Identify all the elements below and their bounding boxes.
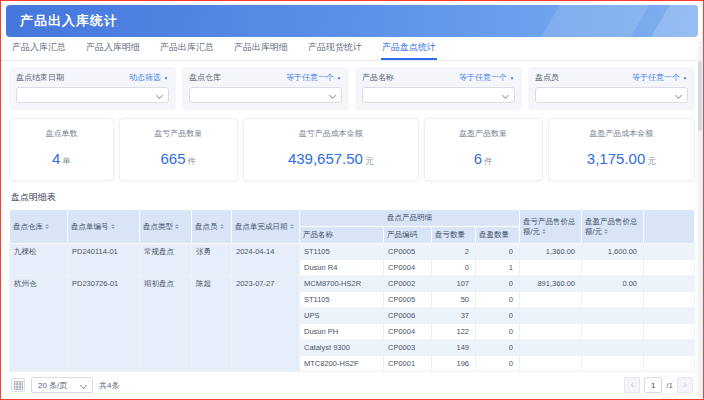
caret-down-icon: ▼ (337, 75, 342, 80)
cell-loss-amount (520, 356, 582, 372)
stat-unit: 件 (188, 156, 197, 166)
col-header-filler (644, 210, 695, 244)
col-header-type[interactable]: 盘点类型 (140, 210, 192, 244)
cell-surplus-qty: 0 (476, 308, 520, 324)
filter-label: 盘点结束日期 (16, 72, 64, 83)
cell-product-code: CP0005 (384, 292, 432, 308)
cell-filler (644, 324, 695, 340)
stat-label: 盘盈产品数量 (429, 128, 538, 139)
column-settings-icon[interactable] (11, 378, 25, 392)
inventory-detail-table: 盘点仓库 盘点单编号 盘点类型 盘点员 盘点单完成日期 盘点产品明细 盘亏产品售… (9, 209, 695, 372)
filter-label: 产品名称 (362, 72, 394, 83)
filter-op-dropdown[interactable]: 等于任意一个 ▼ (459, 72, 515, 83)
tab-stock-stats[interactable]: 产品现货统计 (307, 36, 363, 60)
scrollbar-thumb[interactable] (698, 61, 702, 131)
filter-op-dropdown[interactable]: 动态筛选 ▼ (129, 72, 169, 83)
cell-surplus-amount (582, 292, 644, 308)
cell-product-name: Catalyst 9300 (300, 340, 384, 356)
cell-loss-amount: 891,360.00 (520, 276, 582, 292)
sort-icon (220, 224, 224, 229)
stat-value: 665 (160, 150, 185, 167)
product-select[interactable] (362, 87, 515, 103)
table-footer: 20 条/页 共4条 ‹ 1 /1 › (1, 372, 703, 393)
stat-unit: 元 (647, 156, 656, 166)
cell-filler (644, 276, 695, 292)
stat-unit: 单 (62, 156, 71, 166)
cell-product-code: CP0005 (384, 244, 432, 260)
cell-product-name: UPS (300, 308, 384, 324)
stat-value: 3,175.00 (587, 150, 645, 167)
cell-type: 期初盘点 (140, 276, 192, 372)
chevron-down-icon (329, 92, 336, 99)
cell-surplus-amount (582, 260, 644, 276)
sort-icon (290, 224, 294, 229)
stat-value: 6 (474, 150, 482, 167)
col-header-surplus-qty: 盘盈数量 (476, 227, 520, 244)
col-header-order-no[interactable]: 盘点单编号 (68, 210, 140, 244)
cell-filler (644, 356, 695, 372)
stat-surplus-cost: 盘盈产品成本金额 3,175.00元 (548, 118, 695, 181)
cell-filler (644, 260, 695, 276)
cell-finish-date: 2024-04-14 (232, 244, 300, 276)
col-header-finish-date[interactable]: 盘点单完成日期 (232, 210, 300, 244)
date-range-input[interactable] (16, 87, 169, 103)
filter-op-dropdown[interactable]: 等于任意一个 ▼ (286, 72, 342, 83)
chevron-down-icon (156, 92, 163, 99)
page-title: 产品出入库统计 (20, 12, 118, 30)
stat-label: 盘盈产品成本金额 (553, 128, 690, 139)
cell-loss-amount (520, 292, 582, 308)
tab-inbound-summary[interactable]: 产品入库汇总 (11, 36, 67, 60)
filter-op-label: 等于任意一个 (459, 72, 507, 83)
current-page-input[interactable]: 1 (644, 377, 662, 393)
cell-order-no: PD240114-01 (68, 244, 140, 276)
stat-unit: 元 (365, 156, 374, 166)
cell-loss-qty: 122 (432, 324, 476, 340)
cell-product-code: CP0001 (384, 356, 432, 372)
next-icon: › (683, 379, 686, 390)
stat-surplus-qty: 盘盈产品数量 6件 (424, 118, 543, 181)
cell-warehouse: 九棵松 (10, 244, 68, 276)
tab-inventory-stats[interactable]: 产品盘点统计 (381, 36, 437, 60)
cell-surplus-qty: 0 (476, 356, 520, 372)
filter-op-label: 等于任意一个 (632, 72, 680, 83)
filter-op-label: 动态筛选 (129, 72, 161, 83)
filter-op-dropdown[interactable]: 等于任意一个 ▼ (632, 72, 688, 83)
cell-product-code: CP0002 (384, 276, 432, 292)
total-count: 共4条 (99, 380, 119, 391)
cell-surplus-qty: 0 (476, 324, 520, 340)
cell-product-name: Dusun PH (300, 324, 384, 340)
cell-loss-qty: 149 (432, 340, 476, 356)
col-header-staff[interactable]: 盘点员 (192, 210, 232, 244)
cell-filler (644, 292, 695, 308)
col-header-loss-amount[interactable]: 盘亏产品售价总额/元 (520, 210, 582, 244)
staff-select[interactable] (535, 87, 688, 103)
prev-page-button[interactable]: ‹ (624, 377, 640, 393)
page-size-select[interactable]: 20 条/页 (31, 377, 93, 393)
banner-decoration (525, 5, 661, 37)
cell-loss-amount (520, 308, 582, 324)
tab-outbound-summary[interactable]: 产品出库汇总 (159, 36, 215, 60)
cell-filler (644, 308, 695, 324)
col-header-warehouse[interactable]: 盘点仓库 (10, 210, 68, 244)
cell-loss-amount (520, 260, 582, 276)
filter-op-label: 等于任意一个 (286, 72, 334, 83)
cell-loss-amount: 1,360.00 (520, 244, 582, 260)
tab-outbound-detail[interactable]: 产品出库明细 (233, 36, 289, 60)
stat-order-count: 盘点单数 4单 (9, 118, 114, 181)
cell-surplus-amount (582, 308, 644, 324)
cell-surplus-qty: 0 (476, 340, 520, 356)
prev-icon: ‹ (631, 379, 634, 390)
stat-unit: 件 (484, 156, 493, 166)
col-header-surplus-amount[interactable]: 盘盈产品售价总额/元 (582, 210, 644, 244)
filter-inventory-end-date: 盘点结束日期 动态筛选 ▼ (9, 67, 176, 110)
caret-down-icon: ▼ (683, 75, 688, 80)
filter-label: 盘点仓库 (189, 72, 221, 83)
cell-type: 常规盘点 (140, 244, 192, 276)
warehouse-select[interactable] (189, 87, 342, 103)
cell-loss-qty: 50 (432, 292, 476, 308)
tab-inbound-detail[interactable]: 产品入库明细 (85, 36, 141, 60)
next-page-button[interactable]: › (677, 377, 693, 393)
chevron-down-icon (502, 92, 509, 99)
table-row: 杭州仓PD230726-01期初盘点陈超2023-07-27MCM8700-HS… (10, 276, 695, 292)
cell-surplus-amount (582, 340, 644, 356)
